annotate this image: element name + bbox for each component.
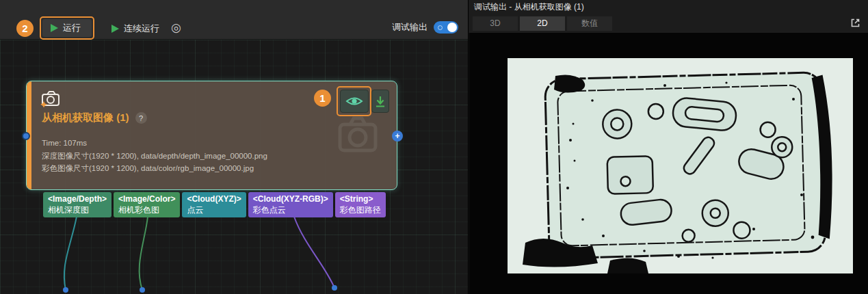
editor-toolbar: 2 运行 连续运行 ◎ 调试输出 xyxy=(0,0,468,40)
depth-map-image xyxy=(508,58,853,273)
image-viewer-2d[interactable] xyxy=(469,33,868,294)
port-name: 点云 xyxy=(187,204,241,215)
play-icon xyxy=(111,25,119,33)
debug-output-panel: 调试输出 - 从相机获取图像 (1) 3D 2D 数值 xyxy=(468,0,868,294)
node-output-port[interactable]: + xyxy=(392,131,403,142)
run-button[interactable]: 运行 xyxy=(42,19,92,37)
node-input-port[interactable] xyxy=(22,132,30,140)
debug-panel-tabbar: 3D 2D 数值 xyxy=(469,14,868,33)
edge-cloud[interactable] xyxy=(294,217,334,288)
tab-numeric[interactable]: 数值 xyxy=(567,16,612,31)
graph-canvas[interactable]: 从相机获取图像 (1) ? Time: 107ms 深度图像尺寸(1920 * … xyxy=(0,40,468,294)
port-name: 彩色点云 xyxy=(253,204,328,215)
node-depth-path-text: 深度图像尺寸(1920 * 1200), data/depth/depth_im… xyxy=(42,151,267,161)
camera-step-icon xyxy=(40,90,61,107)
visualize-output-button[interactable] xyxy=(340,90,369,113)
app-window: 2 运行 连续运行 ◎ 调试输出 xyxy=(0,0,868,294)
node-output-ports: <Image/Depth> 相机深度图 <Image/Color> 相机彩色图 … xyxy=(43,192,386,217)
port-type: <Image/Color> xyxy=(118,194,175,204)
edge-endpoint[interactable] xyxy=(140,287,145,293)
continuous-run-button[interactable]: 连续运行 xyxy=(111,23,159,35)
node-title-row: 从相机获取图像 (1) ? xyxy=(42,111,147,124)
eye-icon xyxy=(345,95,363,107)
port-depth-image[interactable]: <Image/Depth> 相机深度图 xyxy=(43,192,111,217)
edge-color[interactable] xyxy=(140,217,148,290)
camera-watermark-icon xyxy=(335,114,380,154)
node-editor-pane: 2 运行 连续运行 ◎ 调试输出 xyxy=(0,0,468,294)
debug-panel-title: 调试输出 - 从相机获取图像 (1) xyxy=(469,0,868,14)
continuous-run-label: 连续运行 xyxy=(124,23,159,35)
port-name: 相机彩色图 xyxy=(118,204,175,215)
save-output-button[interactable] xyxy=(371,90,389,113)
port-color-point-cloud[interactable]: <Cloud(XYZ-RGB)> 彩色点云 xyxy=(248,192,333,217)
port-point-cloud[interactable]: <Cloud(XYZ)> 点云 xyxy=(182,192,246,217)
node-time-text: Time: 107ms xyxy=(42,139,87,147)
annotation-step-2-badge: 2 xyxy=(16,20,34,37)
debug-output-label: 调试输出 xyxy=(392,21,428,34)
port-type: <String> xyxy=(340,194,381,204)
port-type: <Cloud(XYZ-RGB)> xyxy=(253,194,328,204)
external-link-icon xyxy=(850,17,861,29)
port-name: 相机深度图 xyxy=(48,204,107,215)
edge-depth[interactable] xyxy=(64,217,77,290)
help-icon[interactable]: ? xyxy=(135,112,147,124)
port-color-image-path[interactable]: <String> 彩色图路径 xyxy=(335,192,386,217)
debug-output-toggle-group: 调试输出 xyxy=(392,21,458,34)
download-icon xyxy=(375,96,386,107)
port-type: <Image/Depth> xyxy=(48,194,107,204)
tab-2d[interactable]: 2D xyxy=(520,16,565,31)
port-name: 彩色图路径 xyxy=(340,204,381,215)
open-in-new-window-button[interactable] xyxy=(850,17,861,31)
edge-endpoint[interactable] xyxy=(63,287,68,293)
node-color-path-text: 彩色图像尺寸(1920 * 1200), data/color/rgb_imag… xyxy=(42,163,254,174)
capture-images-from-camera-node[interactable]: 从相机获取图像 (1) ? Time: 107ms 深度图像尺寸(1920 * … xyxy=(26,81,397,190)
port-color-image[interactable]: <Image/Color> 相机彩色图 xyxy=(114,192,180,217)
debug-output-toggle[interactable] xyxy=(434,21,458,34)
run-button-label: 运行 xyxy=(63,22,81,34)
toggle-knob xyxy=(447,23,457,32)
annotation-box-run: 运行 xyxy=(40,16,94,40)
edge-endpoint[interactable] xyxy=(332,285,337,291)
tab-3d[interactable]: 3D xyxy=(473,16,518,31)
run-config-icon[interactable]: ◎ xyxy=(171,21,181,35)
port-type: <Cloud(XYZ)> xyxy=(187,194,241,204)
node-title: 从相机获取图像 (1) xyxy=(42,111,129,124)
annotation-step-1-badge: 1 xyxy=(314,90,331,107)
play-icon xyxy=(51,24,58,32)
